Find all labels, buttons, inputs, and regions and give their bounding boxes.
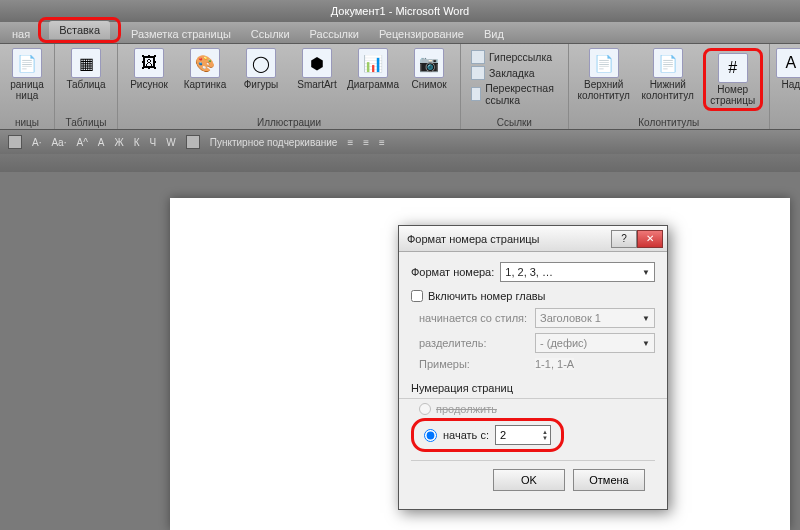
- textbox-icon: A: [776, 48, 800, 78]
- chevron-down-icon: ▼: [642, 314, 650, 323]
- group-label-illustrations: Иллюстрации: [257, 115, 321, 128]
- clipart-button[interactable]: 🎨Картинка: [180, 48, 230, 91]
- cancel-button[interactable]: Отмена: [573, 469, 645, 491]
- highlight-insert-tab: Вставка: [38, 17, 121, 43]
- start-at-spinner[interactable]: ▲▼: [495, 425, 551, 445]
- start-at-label: начать с:: [443, 429, 489, 441]
- tab-review[interactable]: Рецензирование: [369, 25, 474, 43]
- header-icon: 📄: [589, 48, 619, 78]
- chevron-down-icon: ▼: [642, 339, 650, 348]
- numbering-section-label: Нумерация страниц: [411, 376, 655, 394]
- tab-insert[interactable]: Вставка: [49, 21, 110, 39]
- mini-toolbar: A·Aa·A^AЖКЧW Пунктирное подчеркивание ≡≡…: [0, 130, 800, 154]
- dialog-help-button[interactable]: ?: [611, 230, 637, 248]
- page-number-icon: #: [718, 53, 748, 83]
- tab-view[interactable]: Вид: [474, 25, 514, 43]
- chart-icon: 📊: [358, 48, 388, 78]
- table-button[interactable]: ▦ Таблица: [61, 48, 111, 91]
- smartart-icon: ⬢: [302, 48, 332, 78]
- bookmark-button[interactable]: Закладка: [471, 66, 558, 80]
- separator-line: [399, 398, 667, 399]
- group-label-headerfooter: Колонтитулы: [638, 115, 699, 128]
- header-button[interactable]: 📄Верхнийколонтитул: [575, 48, 633, 101]
- table-icon: ▦: [71, 48, 101, 78]
- start-at-radio[interactable]: [424, 429, 437, 442]
- shapes-button[interactable]: ◯Фигуры: [236, 48, 286, 91]
- highlight-start-at: начать с: ▲▼: [411, 418, 564, 452]
- continue-radio[interactable]: [419, 403, 431, 415]
- tab-references[interactable]: Ссылки: [241, 25, 300, 43]
- group-headerfooter: 📄Верхнийколонтитул 📄Нижнийколонтитул #Но…: [569, 44, 770, 129]
- continue-label: продолжить: [436, 403, 497, 415]
- screenshot-button[interactable]: 📷Снимок: [404, 48, 454, 91]
- window-title: Документ1 - Microsoft Word: [331, 5, 469, 17]
- chevron-down-icon: ▼: [642, 268, 650, 277]
- group-text-partial: AНад: [770, 44, 800, 129]
- chart-button[interactable]: 📊Диаграмма: [348, 48, 398, 91]
- number-format-label: Формат номера:: [411, 266, 494, 278]
- clipart-icon: 🎨: [190, 48, 220, 78]
- picture-icon: 🖼: [134, 48, 164, 78]
- starts-style-label: начинается со стиля:: [419, 312, 529, 324]
- group-pages: 📄 раницаница ницы: [0, 44, 55, 129]
- group-links: Гиперссылка Закладка Перекрестная ссылка…: [461, 44, 569, 129]
- ruler[interactable]: [0, 154, 800, 172]
- crossref-button[interactable]: Перекрестная ссылка: [471, 82, 558, 106]
- screenshot-icon: 📷: [414, 48, 444, 78]
- textbox-button-partial[interactable]: AНад: [776, 48, 800, 91]
- include-chapter-label: Включить номер главы: [428, 290, 546, 302]
- number-format-select[interactable]: 1, 2, 3, … ▼: [500, 262, 655, 282]
- start-at-input[interactable]: [500, 429, 530, 441]
- include-chapter-checkbox[interactable]: [411, 290, 423, 302]
- hyperlink-button[interactable]: Гиперссылка: [471, 50, 558, 64]
- bookmark-icon: [471, 66, 485, 80]
- dialog-title: Формат номера страницы: [407, 233, 540, 245]
- group-illustrations: 🖼Рисунок 🎨Картинка ◯Фигуры ⬢SmartArt 📊Ди…: [118, 44, 461, 129]
- shapes-icon: ◯: [246, 48, 276, 78]
- smartart-button[interactable]: ⬢SmartArt: [292, 48, 342, 91]
- separator-select: - (дефис)▼: [535, 333, 655, 353]
- picture-button[interactable]: 🖼Рисунок: [124, 48, 174, 91]
- qat-icon[interactable]: [8, 135, 22, 149]
- tab-mailings[interactable]: Рассылки: [300, 25, 369, 43]
- ribbon: 📄 раницаница ницы ▦ Таблица Таблицы 🖼Рис…: [0, 44, 800, 130]
- group-label-links: Ссылки: [497, 115, 532, 128]
- footer-button[interactable]: 📄Нижнийколонтитул: [639, 48, 697, 101]
- crossref-icon: [471, 87, 481, 101]
- highlight-page-number: #Номерстраницы: [703, 48, 763, 111]
- footer-icon: 📄: [653, 48, 683, 78]
- group-tables: ▦ Таблица Таблицы: [55, 44, 118, 129]
- group-label-pages: ницы: [15, 115, 39, 128]
- dialog-close-button[interactable]: ✕: [637, 230, 663, 248]
- dialog-titlebar[interactable]: Формат номера страницы ? ✕: [399, 226, 667, 252]
- hyperlink-icon: [471, 50, 485, 64]
- dotted-underline-label[interactable]: Пунктирное подчеркивание: [210, 137, 338, 148]
- pages-button-partial[interactable]: 📄 раницаница: [6, 48, 48, 101]
- tab-home-partial[interactable]: ная: [2, 25, 40, 43]
- page-number-button[interactable]: #Номерстраницы: [708, 53, 758, 106]
- examples-value: 1-1, 1-A: [535, 358, 574, 370]
- page-number-format-dialog: Формат номера страницы ? ✕ Формат номера…: [398, 225, 668, 510]
- ok-button[interactable]: OK: [493, 469, 565, 491]
- spin-down-icon[interactable]: ▼: [542, 435, 548, 441]
- dotted-underline-icon[interactable]: [186, 135, 200, 149]
- separator-label: разделитель:: [419, 337, 529, 349]
- number-format-value: 1, 2, 3, …: [505, 266, 553, 278]
- group-label-tables: Таблицы: [66, 115, 107, 128]
- window-titlebar: Документ1 - Microsoft Word: [0, 0, 800, 22]
- tab-page-layout[interactable]: Разметка страницы: [121, 25, 241, 43]
- starts-style-select: Заголовок 1▼: [535, 308, 655, 328]
- examples-label: Примеры:: [419, 358, 529, 370]
- ribbon-tabs: ная Вставка Разметка страницы Ссылки Рас…: [0, 22, 800, 44]
- page-icon: 📄: [12, 48, 42, 78]
